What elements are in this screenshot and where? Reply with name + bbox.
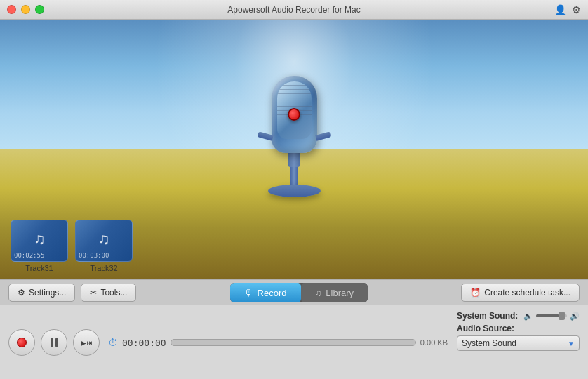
track-2-duration: 00:03:00 bbox=[79, 252, 109, 259]
music-icon: ♫ bbox=[98, 230, 110, 248]
mic-pole bbox=[290, 167, 298, 185]
dropdown-arrow-icon: ▼ bbox=[568, 340, 575, 347]
audio-source-label: Audio Source: bbox=[457, 324, 580, 333]
list-item[interactable]: ♫ 00:03:00 Track32 bbox=[75, 220, 133, 272]
schedule-label: Create schedule task... bbox=[484, 288, 570, 298]
clock-icon: ⏰ bbox=[470, 288, 481, 298]
mic-neck bbox=[288, 153, 300, 167]
mic-body bbox=[272, 76, 317, 153]
bottom-area: ⚙ Settings... ✂ Tools... 🎙 Record ♫ Libr… bbox=[0, 279, 588, 379]
timer-display: 00:00:00 bbox=[122, 338, 166, 348]
track-1-label: Track31 bbox=[25, 264, 53, 272]
mic-base bbox=[268, 185, 321, 197]
file-size-display: 0.00 KB bbox=[420, 338, 448, 347]
tools-button[interactable]: ✂ Tools... bbox=[81, 284, 136, 302]
pause-icon bbox=[51, 338, 58, 347]
tab-library[interactable]: ♫ Library bbox=[301, 283, 368, 302]
titlebar: Apowersoft Audio Recorder for Mac 👤 ⚙ bbox=[0, 0, 588, 20]
play-skip-button[interactable]: ▶⏭ bbox=[73, 329, 100, 356]
maximize-button[interactable] bbox=[35, 5, 44, 14]
music-icon: ♫ bbox=[34, 230, 46, 248]
tab-right: ⏰ Create schedule task... bbox=[461, 284, 580, 302]
record-dot-icon bbox=[17, 338, 27, 347]
tools-label: Tools... bbox=[100, 288, 127, 298]
microphone-icon bbox=[255, 76, 333, 209]
progress-row: ⏱ 00:00:00 0.00 KB bbox=[108, 337, 448, 348]
track-thumbnail-2[interactable]: ♫ 00:03:00 bbox=[75, 220, 133, 262]
audio-source-row: Audio Source: System Sound ▼ bbox=[457, 324, 580, 351]
tools-icon: ✂ bbox=[90, 288, 97, 298]
user-icon: 👤 bbox=[554, 4, 566, 15]
timer-icon: ⏱ bbox=[108, 337, 118, 348]
close-button[interactable] bbox=[7, 5, 16, 14]
settings-button[interactable]: ⚙ Settings... bbox=[8, 284, 75, 302]
track-2-label: Track32 bbox=[90, 264, 117, 272]
tab-center: 🎙 Record ♫ Library bbox=[230, 283, 368, 302]
play-skip-icon: ▶⏭ bbox=[81, 339, 93, 347]
mic-record-dot bbox=[288, 108, 300, 121]
library-icon: ♫ bbox=[315, 288, 322, 298]
list-item[interactable]: ♫ 00:02:55 Track31 bbox=[11, 220, 68, 272]
bottom-panels: ▶⏭ ⏱ 00:00:00 0.00 KB System Sound: 🔈 bbox=[0, 305, 588, 379]
record-tab-label: Record bbox=[258, 288, 287, 298]
volume-high-icon: 🔊 bbox=[570, 312, 580, 321]
tab-bar: ⚙ Settings... ✂ Tools... 🎙 Record ♫ Libr… bbox=[0, 280, 588, 305]
window-controls[interactable] bbox=[7, 5, 44, 14]
pause-button[interactable] bbox=[41, 329, 67, 356]
titlebar-icons: 👤 ⚙ bbox=[554, 4, 581, 15]
settings-label: Settings... bbox=[29, 288, 66, 298]
mic-arm-right bbox=[315, 131, 331, 140]
window-title: Apowersoft Audio Recorder for Mac bbox=[227, 5, 360, 15]
schedule-button[interactable]: ⏰ Create schedule task... bbox=[461, 284, 580, 302]
settings-icon: ⚙ bbox=[572, 4, 581, 15]
minimize-button[interactable] bbox=[21, 5, 30, 14]
main-visual-area: ♫ 00:02:55 Track31 ♫ 00:03:00 Track32 bbox=[0, 20, 588, 279]
track-thumbnail-1[interactable]: ♫ 00:02:55 bbox=[11, 220, 68, 262]
playback-controls: ▶⏭ bbox=[0, 305, 108, 379]
track-1-duration: 00:02:55 bbox=[14, 252, 44, 259]
system-sound-label: System Sound: bbox=[457, 311, 518, 321]
progress-bar[interactable] bbox=[171, 339, 416, 346]
tab-record[interactable]: 🎙 Record bbox=[230, 283, 301, 302]
tracks-area: ♫ 00:02:55 Track31 ♫ 00:03:00 Track32 bbox=[11, 220, 133, 272]
audio-source-select[interactable]: System Sound ▼ bbox=[457, 335, 580, 351]
volume-control[interactable]: 🔈 🔊 bbox=[523, 312, 580, 321]
audio-settings-panel: System Sound: 🔈 🔊 Audio Source: System S… bbox=[457, 311, 580, 351]
volume-low-icon: 🔈 bbox=[523, 312, 533, 321]
library-tab-label: Library bbox=[326, 288, 354, 298]
mic-tab-icon: 🎙 bbox=[244, 288, 253, 298]
mic-arm-left bbox=[257, 131, 273, 140]
tab-left-buttons: ⚙ Settings... ✂ Tools... bbox=[8, 284, 136, 302]
gear-icon: ⚙ bbox=[18, 288, 25, 298]
record-control-button[interactable] bbox=[8, 329, 35, 356]
source-value: System Sound bbox=[462, 338, 516, 348]
